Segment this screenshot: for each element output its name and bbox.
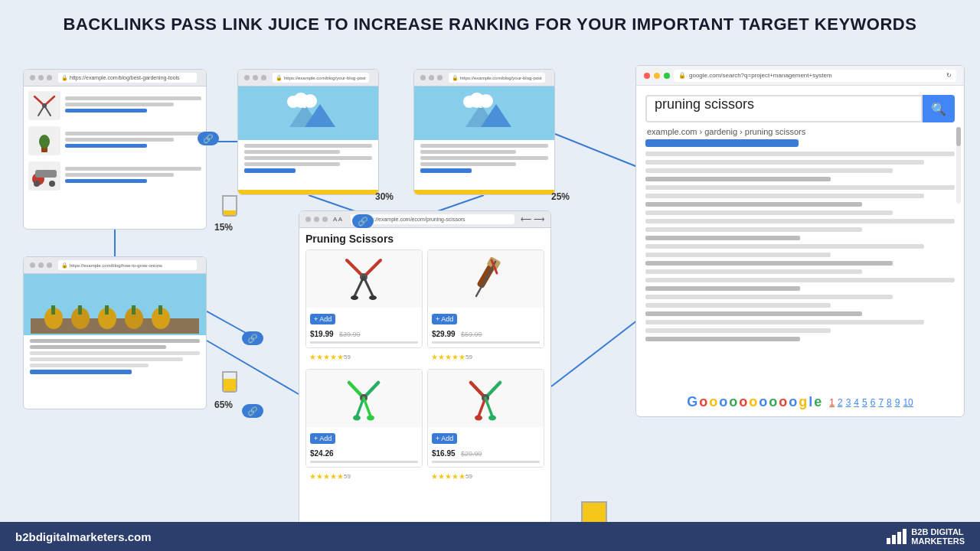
svg-line-11	[38, 106, 44, 116]
google-pagination: G o o o o o o o o o o g l e 1 2 3 4 5 6 …	[645, 394, 955, 410]
svg-rect-44	[158, 305, 162, 315]
svg-line-12	[44, 106, 51, 116]
ecom-window: A A 🔒 https://example.com/ecom/pruning-s…	[299, 210, 551, 551]
logo-text: B2B DIGITAL MARKETERS	[911, 527, 965, 546]
blog-image-cl	[238, 86, 378, 140]
glass-15	[220, 195, 239, 220]
glass-65	[220, 371, 239, 396]
footer-logo: B2B DIGITAL MARKETERS	[887, 527, 965, 546]
svg-rect-40	[105, 305, 109, 315]
pct-65: 65%	[214, 399, 233, 410]
browser-toolbar-ecom: A A 🔒 https://example.com/ecom/pruning-s…	[299, 211, 550, 228]
svg-point-61	[353, 416, 361, 421]
svg-point-14	[39, 135, 50, 148]
blog-left-top-window: 🔒 https://example.com/blog/best-gardenin…	[23, 69, 207, 230]
ecom-item-4: + Add $16.95 $29.99	[427, 369, 544, 468]
logo-bars	[887, 529, 906, 544]
svg-point-50	[351, 295, 358, 300]
svg-line-60	[364, 398, 371, 416]
blog-item-1	[28, 91, 201, 120]
chain-link-1: 🔗	[198, 132, 219, 145]
ecom-content: Pruning Scissors	[299, 228, 550, 488]
google-toolbar: 🔒 google.com/search?q=project+management…	[636, 66, 964, 86]
dot2	[38, 75, 44, 80]
page-title: BACKLINKS PASS LINK JUICE TO INCREASE RA…	[46, 14, 934, 36]
price-4: $16.95	[432, 449, 456, 458]
scrollbar-thumb[interactable]	[956, 127, 961, 146]
pct-30: 30%	[375, 191, 394, 202]
add-btn-1[interactable]: + Add	[310, 314, 335, 324]
pct-15: 15%	[214, 222, 233, 233]
add-btn-4[interactable]: + Add	[432, 433, 457, 444]
blog-item-3	[28, 161, 201, 191]
google-search-bar: pruning scissors 🔍	[645, 95, 955, 122]
price-1: $19.99	[310, 330, 334, 338]
blog-image-cr	[414, 86, 554, 140]
browser-toolbar-lb: 🔒 https://example.com/blog/how-to-grow-o…	[24, 257, 206, 274]
ecom-title: Pruning Scissors	[305, 233, 544, 245]
svg-point-17	[34, 181, 40, 187]
google-breadcrumb: example.com › gardenig › pruning scissor…	[636, 127, 964, 136]
svg-point-68	[475, 416, 482, 421]
blog-text-cr	[414, 140, 554, 179]
stars-1: ★★★★★	[309, 353, 344, 361]
price-old-4: $29.99	[461, 450, 482, 458]
add-btn-3[interactable]: + Add	[310, 433, 335, 444]
stars-3: ★★★★★	[309, 472, 344, 481]
blog-content	[24, 86, 206, 201]
dot1	[30, 75, 35, 80]
ecom-item-3: + Add $24.26	[305, 369, 423, 468]
blog-center-left-window: 🔒 https://example.com/blog/your-blog-pos…	[237, 69, 379, 195]
chain-link-3: 🔗	[242, 331, 263, 345]
price-old-2: $59.99	[461, 331, 482, 338]
svg-point-62	[367, 416, 374, 421]
url-bar-cl: 🔒 https://example.com/blog/your-blog-pos…	[273, 73, 369, 83]
svg-rect-16	[35, 170, 57, 178]
add-btn-2[interactable]: + Add	[432, 314, 457, 324]
price-3: $24.26	[310, 449, 334, 458]
onion-image	[24, 274, 206, 335]
browser-toolbar-cl: 🔒 https://example.com/blog/your-blog-pos…	[238, 70, 378, 86]
google-search-input[interactable]: pruning scissors	[645, 95, 923, 122]
svg-line-49	[364, 277, 373, 296]
svg-line-54	[476, 262, 495, 296]
main-area: 🔒 https://example.com/blog/best-gardenin…	[0, 65, 980, 522]
item-img-2	[28, 126, 60, 155]
svg-point-25	[303, 94, 317, 108]
ecom-img-1	[306, 250, 422, 308]
blog-lines-2	[65, 132, 201, 150]
url-bar-cr: 🔒 https://example.com/blog/your-blog-pos…	[449, 73, 545, 83]
footer-url: b2bdigitalmarketers.com	[15, 530, 152, 543]
price-2: $29.99	[432, 330, 456, 338]
blog-left-bottom-window: 🔒 https://example.com/blog/how-to-grow-o…	[23, 256, 207, 409]
url-bar: 🔒 https://example.com/blog/best-gardenin…	[58, 73, 197, 83]
google-search-button[interactable]: 🔍	[923, 95, 955, 122]
blog-item-2	[28, 126, 201, 155]
chain-link-2: 🔗	[352, 214, 374, 228]
blog-lines-1	[65, 96, 201, 115]
chain-link-4: 🔗	[242, 404, 263, 418]
ecom-item-2: + Add $29.99 $59.99	[427, 249, 544, 348]
blog-lines-3	[65, 167, 201, 185]
blog-text-cl	[238, 140, 378, 179]
dot3	[47, 75, 52, 80]
svg-line-67	[485, 398, 492, 416]
url-bar-lb: 🔒 https://example.com/blog/how-to-grow-o…	[58, 260, 197, 270]
ecom-img-3	[306, 370, 422, 427]
ecom-img-2	[428, 250, 544, 308]
pct-25: 25%	[551, 191, 570, 202]
lock-icon: 🔒	[61, 75, 68, 81]
google-scrollbar[interactable]	[956, 127, 961, 204]
stars-4: ★★★★★	[431, 472, 466, 481]
svg-rect-42	[132, 305, 136, 315]
svg-point-32	[479, 94, 493, 108]
browser-toolbar-cr: 🔒 https://example.com/blog/your-blog-pos…	[414, 70, 554, 86]
svg-rect-38	[78, 305, 82, 315]
svg-point-18	[49, 181, 55, 187]
header: BACKLINKS PASS LINK JUICE TO INCREASE RA…	[0, 0, 980, 44]
blog-center-right-window: 🔒 https://example.com/blog/your-blog-pos…	[413, 69, 555, 195]
svg-point-69	[488, 416, 496, 421]
page-numbers: 1 2 3 4 5 6 7 8 9 10	[829, 397, 913, 408]
svg-rect-36	[51, 305, 55, 315]
svg-line-66	[479, 398, 485, 416]
